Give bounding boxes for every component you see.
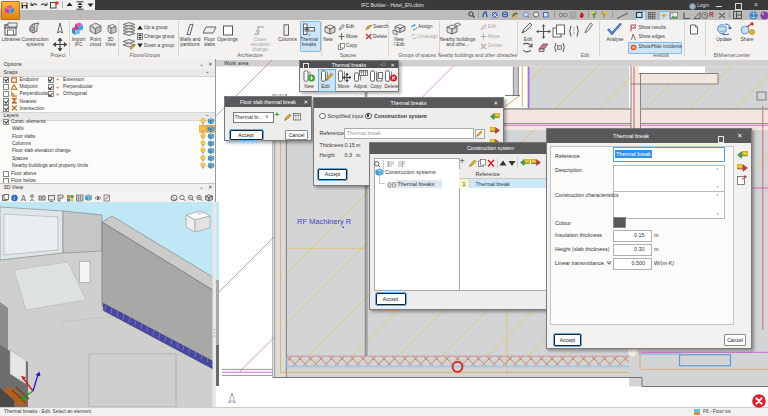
svg-text:RF Machinery R: RF Machinery R: [297, 217, 352, 226]
svg-text:Work area: Work area: [224, 60, 248, 66]
